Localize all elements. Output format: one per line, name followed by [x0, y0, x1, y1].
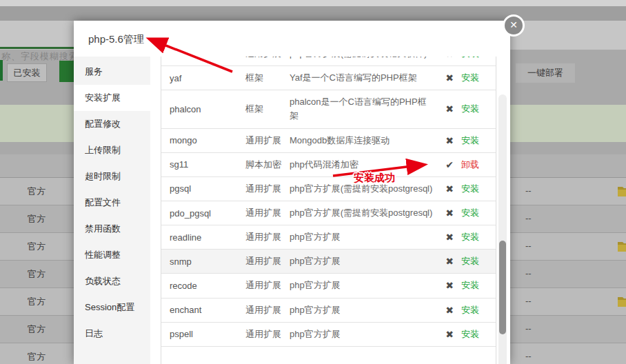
- extension-description: Yaf是一个C语言编写的PHP框架: [290, 71, 438, 85]
- folder-icon[interactable]: [617, 296, 626, 307]
- sidebar-item-上传限制[interactable]: 上传限制: [74, 137, 150, 163]
- extension-type: 通用扩展: [245, 231, 290, 243]
- extension-type: 通用扩展: [245, 57, 290, 60]
- modal-sidebar: 服务安装扩展配置修改上传限制超时限制配置文件禁用函数性能调整负载状态Sessio…: [74, 57, 150, 364]
- sidebar-item-服务[interactable]: 服务: [74, 59, 150, 85]
- install-link[interactable]: 安装: [461, 103, 496, 115]
- folder-icon[interactable]: [617, 241, 626, 252]
- extension-row: snmp通用扩展php官方扩展✖安装: [161, 250, 496, 274]
- extension-name: pgsql: [161, 183, 245, 194]
- cross-icon: ✖: [438, 232, 461, 243]
- developer-cell: 官方: [28, 323, 46, 336]
- install-link[interactable]: 安装: [461, 207, 496, 219]
- extension-row: pdo_pgsql通用扩展php官方扩展(需提前安装postgresql)✖安装: [161, 201, 496, 225]
- folder-icon[interactable]: [617, 185, 626, 197]
- modal-title: php-5.6管理: [74, 21, 510, 57]
- extension-description: php官方扩展(需提前安装相关软件): [290, 57, 438, 61]
- developer-cell: 官方: [28, 213, 46, 225]
- install-link[interactable]: 安装: [461, 72, 496, 84]
- sidebar-item-性能调整[interactable]: 性能调整: [74, 242, 150, 268]
- extension-table: 通用扩展php官方扩展(需提前安装相关软件)✖安装yaf框架Yaf是一个C语言编…: [161, 57, 496, 364]
- extension-row: phalcon框架phalcon是一个C语言编写的PHP框架✖安装: [161, 90, 496, 128]
- extension-type: 框架: [245, 72, 290, 84]
- developer-cell: 官方: [28, 241, 46, 253]
- expire-cell: --: [525, 351, 532, 361]
- expire-cell: --: [525, 268, 532, 279]
- expire-cell: --: [525, 213, 532, 223]
- sidebar-item-日志[interactable]: 日志: [74, 321, 150, 347]
- uninstall-link[interactable]: 卸载: [461, 159, 496, 171]
- extension-row: pspell通用扩展php官方扩展✖安装: [161, 323, 496, 347]
- extension-name: sg11: [161, 159, 245, 170]
- extension-row: mongo通用扩展Mongodb数据库连接驱动✖安装: [161, 129, 496, 153]
- extension-name: pspell: [161, 329, 245, 339]
- expire-cell: --: [525, 241, 532, 251]
- sidebar-item-负载状态[interactable]: 负载状态: [74, 268, 150, 294]
- install-link[interactable]: 安装: [461, 134, 496, 147]
- extension-rows: 通用扩展php官方扩展(需提前安装相关软件)✖安装yaf框架Yaf是一个C语言编…: [161, 57, 496, 347]
- extension-name: readline: [161, 232, 245, 243]
- modal-content: 通用扩展php官方扩展(需提前安装相关软件)✖安装yaf框架Yaf是一个C语言编…: [150, 57, 510, 364]
- cross-icon: ✖: [438, 135, 461, 146]
- top-strip: [0, 0, 626, 6]
- scrollbar-track[interactable]: [498, 94, 507, 364]
- install-link[interactable]: 安装: [461, 183, 496, 195]
- install-link[interactable]: 安装: [461, 231, 496, 243]
- sidebar-item-禁用函数[interactable]: 禁用函数: [74, 216, 150, 242]
- install-link[interactable]: 安装: [461, 304, 496, 316]
- extension-description: php官方扩展: [290, 279, 438, 292]
- install-link[interactable]: 安装: [461, 279, 496, 292]
- scrollbar-thumb[interactable]: [499, 241, 506, 334]
- cross-icon: ✖: [438, 256, 461, 267]
- search-underline: [0, 47, 74, 49]
- sidebar-item-超时限制[interactable]: 超时限制: [74, 163, 150, 190]
- sidebar-item-安装扩展[interactable]: 安装扩展: [74, 85, 150, 111]
- cross-icon: ✖: [438, 305, 461, 316]
- extension-name: recode: [161, 281, 245, 291]
- extension-description: php官方扩展(需提前安装postgresql): [290, 206, 438, 220]
- check-icon: ✔: [438, 159, 461, 170]
- cross-icon: ✖: [438, 183, 461, 194]
- top-bar: [0, 6, 626, 21]
- extension-row: 通用扩展php官方扩展(需提前安装相关软件)✖安装: [161, 57, 496, 66]
- developer-cell: 官方: [28, 268, 46, 281]
- extension-name: pdo_pgsql: [161, 208, 245, 219]
- extension-row: sg11脚本加密php代码混淆加密✔卸载: [161, 153, 496, 177]
- cross-icon: ✖: [438, 72, 461, 83]
- extension-row: recode通用扩展php官方扩展✖安装: [161, 274, 496, 298]
- extension-description: php官方扩展: [290, 303, 438, 317]
- developer-cell: 官方: [28, 351, 46, 363]
- expire-cell: --: [525, 296, 532, 306]
- sidebar-item-Session配置[interactable]: Session配置: [74, 294, 150, 321]
- extension-row: yaf框架Yaf是一个C语言编写的PHP框架✖安装: [161, 66, 496, 90]
- clipped-green-button[interactable]: [0, 60, 3, 81]
- extension-type: 通用扩展: [245, 134, 290, 147]
- sidebar-item-配置修改[interactable]: 配置修改: [74, 111, 150, 137]
- extension-name: yaf: [161, 73, 245, 83]
- extension-type: 通用扩展: [245, 328, 290, 341]
- install-link[interactable]: 安装: [461, 255, 496, 267]
- extension-description: php官方扩展: [290, 254, 438, 268]
- expire-cell: --: [525, 185, 532, 196]
- extension-name: snmp: [161, 256, 245, 267]
- extension-type: 通用扩展: [245, 279, 290, 292]
- extension-description: php代码混淆加密: [290, 158, 438, 172]
- cross-icon: ✖: [438, 280, 461, 291]
- page: 称、字段模糊搜索 已安装 一键部署 版插件，企业版可以免 开发商 到期时间 位 …: [0, 0, 626, 364]
- extension-row: pgsql通用扩展php官方扩展(需提前安装postgresql)✖安装: [161, 177, 496, 201]
- developer-cell: 官方: [28, 296, 46, 308]
- extension-type: 框架: [245, 103, 290, 115]
- extension-type: 通用扩展: [245, 304, 290, 316]
- cross-icon: ✖: [438, 57, 461, 59]
- install-link[interactable]: 安装: [461, 328, 496, 341]
- developer-cell: 官方: [28, 185, 46, 198]
- sidebar-item-配置文件[interactable]: 配置文件: [74, 190, 150, 216]
- installed-tab-button[interactable]: 已安装: [7, 63, 47, 82]
- one-click-deploy-button[interactable]: 一键部署: [516, 63, 575, 83]
- install-link[interactable]: 安装: [461, 57, 496, 60]
- close-icon[interactable]: ✕: [503, 14, 525, 37]
- extension-description: phalcon是一个C语言编写的PHP框架: [290, 95, 438, 123]
- extension-description: php官方扩展(需提前安装postgresql): [290, 182, 438, 196]
- extension-description: Mongodb数据库连接驱动: [290, 134, 438, 148]
- extension-type: 通用扩展: [245, 207, 290, 219]
